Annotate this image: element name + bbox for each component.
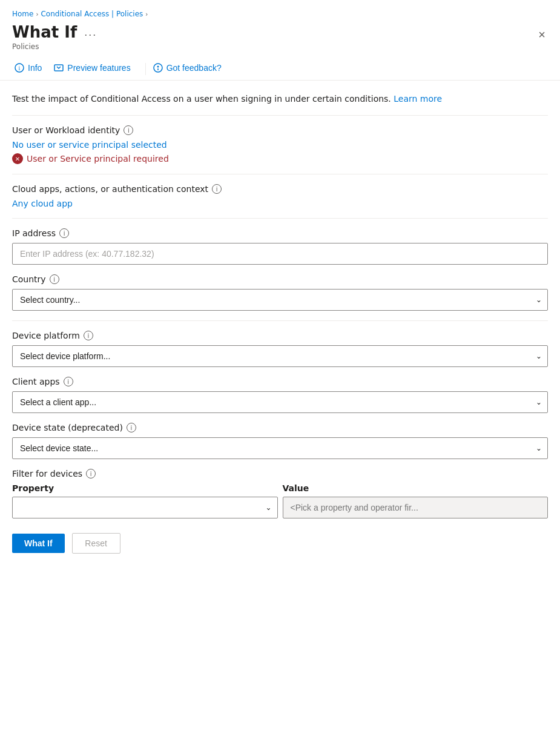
filter-table-row: ⌄ <box>12 497 548 518</box>
device-state-info-icon[interactable]: i <box>127 423 136 432</box>
feedback-button[interactable]: Got feedback? <box>151 58 229 80</box>
learn-more-link[interactable]: Learn more <box>394 94 442 104</box>
cloud-apps-section: Cloud apps, actions, or authentication c… <box>12 184 548 208</box>
ip-address-info-icon[interactable]: i <box>59 228 69 238</box>
info-icon: i <box>15 63 24 73</box>
device-platform-info-icon[interactable]: i <box>84 331 93 340</box>
error-icon <box>12 153 23 164</box>
breadcrumb-chevron-1: › <box>36 11 38 18</box>
filter-devices-label: Filter for devices i <box>12 469 548 478</box>
filter-table: Property Value ⌄ <box>12 483 548 518</box>
button-row: What If Reset <box>12 533 548 554</box>
user-identity-label: User or Workload identity i <box>12 125 548 135</box>
filter-value-input <box>283 497 548 518</box>
device-state-section: Device state (deprecated) i Select devic… <box>12 423 548 459</box>
feedback-icon <box>153 63 163 73</box>
filter-devices-info-icon[interactable]: i <box>86 469 96 478</box>
info-tab-label: Info <box>28 63 42 73</box>
svg-point-4 <box>157 66 159 68</box>
filter-value-header: Value <box>283 483 548 493</box>
svg-point-3 <box>154 64 162 72</box>
divider-3 <box>12 218 548 219</box>
page-title-group: What If ... Policies <box>12 23 99 51</box>
filter-property-select[interactable] <box>12 497 278 518</box>
page-title-text: What If <box>12 23 77 41</box>
preview-features-button[interactable]: Preview features <box>51 58 137 80</box>
country-select[interactable]: Select country... <box>12 289 548 311</box>
close-button[interactable]: × <box>536 25 548 44</box>
client-apps-select[interactable]: Select a client app... <box>12 391 548 413</box>
feedback-label: Got feedback? <box>166 63 222 73</box>
divider-4 <box>12 320 548 321</box>
description-section: Test the impact of Conditional Access on… <box>12 93 548 105</box>
device-platform-select[interactable]: Select device platform... <box>12 345 548 367</box>
cloud-apps-link[interactable]: Any cloud app <box>12 199 548 208</box>
user-identity-error-row: User or Service principal required <box>12 153 548 164</box>
client-apps-select-wrapper: Select a client app... ⌄ <box>12 391 548 413</box>
device-platform-section: Device platform i Select device platform… <box>12 331 548 367</box>
divider-1 <box>12 115 548 116</box>
page-subtitle: Policies <box>12 42 99 51</box>
breadcrumb: Home › Conditional Access | Policies › <box>0 0 560 21</box>
divider-2 <box>12 174 548 174</box>
content-area: Test the impact of Conditional Access on… <box>0 81 560 566</box>
device-state-select[interactable]: Select device state... <box>12 437 548 459</box>
client-apps-label: Client apps i <box>12 377 548 386</box>
country-section: Country i Select country... ⌄ <box>12 274 548 311</box>
preview-icon <box>54 63 64 73</box>
ip-address-label: IP address i <box>12 228 548 238</box>
device-state-label: Device state (deprecated) i <box>12 423 548 432</box>
preview-features-label: Preview features <box>67 63 130 73</box>
country-select-wrapper: Select country... ⌄ <box>12 289 548 311</box>
page-title: What If ... <box>12 23 99 41</box>
user-identity-info-icon[interactable]: i <box>124 125 133 135</box>
page-container: Home › Conditional Access | Policies › W… <box>0 0 560 745</box>
user-identity-error-text: User or Service principal required <box>27 154 169 164</box>
svg-text:i: i <box>19 65 21 71</box>
device-state-select-wrapper: Select device state... ⌄ <box>12 437 548 459</box>
filter-property-header: Property <box>12 483 278 493</box>
filter-property-select-wrapper: ⌄ <box>12 497 278 518</box>
device-platform-select-wrapper: Select device platform... ⌄ <box>12 345 548 367</box>
breadcrumb-home[interactable]: Home <box>12 10 33 18</box>
filter-devices-section: Filter for devices i Property Value ⌄ <box>12 469 548 518</box>
country-info-icon[interactable]: i <box>50 274 59 284</box>
cloud-apps-label: Cloud apps, actions, or authentication c… <box>12 184 548 194</box>
toolbar: i Info Preview features <box>0 52 560 81</box>
user-identity-link[interactable]: No user or service principal selected <box>12 140 548 150</box>
ellipsis-button[interactable]: ... <box>82 25 99 40</box>
country-label: Country i <box>12 274 548 284</box>
reset-button[interactable]: Reset <box>72 533 120 554</box>
what-if-button[interactable]: What If <box>12 534 65 553</box>
page-header: What If ... Policies × <box>0 21 560 52</box>
client-apps-section: Client apps i Select a client app... ⌄ <box>12 377 548 413</box>
device-platform-label: Device platform i <box>12 331 548 340</box>
cloud-apps-info-icon[interactable]: i <box>212 184 222 194</box>
ip-address-section: IP address i <box>12 228 548 265</box>
user-identity-section: User or Workload identity i No user or s… <box>12 125 548 164</box>
filter-table-header: Property Value <box>12 483 548 493</box>
info-tab-button[interactable]: i Info <box>12 58 49 80</box>
client-apps-info-icon[interactable]: i <box>64 377 73 386</box>
breadcrumb-conditional-access[interactable]: Conditional Access | Policies <box>41 10 143 18</box>
toolbar-divider <box>145 63 146 75</box>
ip-address-input[interactable] <box>12 243 548 265</box>
breadcrumb-chevron-2: › <box>145 11 148 18</box>
description-text: Test the impact of Conditional Access on… <box>12 93 548 105</box>
